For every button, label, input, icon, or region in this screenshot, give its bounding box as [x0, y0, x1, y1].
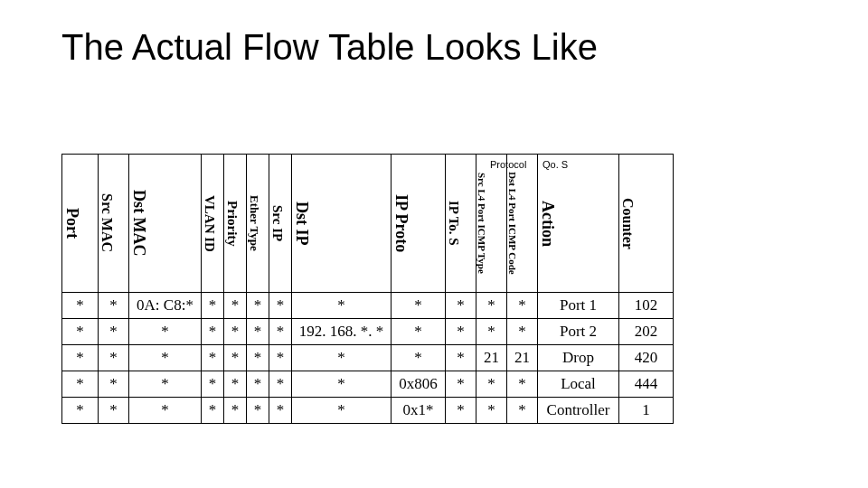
cell-dst_l4: 21 [507, 345, 538, 371]
cell-port: * [62, 398, 99, 424]
cell-src_ip: * [269, 371, 292, 398]
col-port: Port [62, 155, 99, 293]
cell-ether_type: * [247, 398, 269, 424]
cell-ip_tos: * [446, 293, 476, 319]
col-dst-l4: Dst L4 Port ICMP Code [507, 155, 538, 293]
cell-ip_tos: * [446, 398, 476, 424]
table-body: **0A: C8:**********Port 1102*******192. … [62, 293, 674, 424]
cell-vlan_id: * [202, 345, 224, 371]
cell-vlan_id: * [202, 293, 224, 319]
table-row: *******192. 168. *. *****Port 2202 [62, 319, 674, 345]
col-priority: Priority [224, 155, 247, 293]
cell-counter: 102 [619, 293, 674, 319]
cell-dst_ip: 192. 168. *. * [292, 319, 392, 345]
cell-dst_l4: * [507, 398, 538, 424]
flow-table: Port Src MAC Dst MAC VLAN ID Priority Et… [61, 154, 674, 424]
cell-ether_type: * [247, 345, 269, 371]
cell-port: * [62, 371, 99, 398]
cell-counter: 420 [619, 345, 674, 371]
page-title: The Actual Flow Table Looks Like [61, 27, 598, 68]
cell-priority: * [224, 345, 247, 371]
cell-vlan_id: * [202, 319, 224, 345]
cell-action: Port 2 [538, 319, 619, 345]
cell-src_ip: * [269, 345, 292, 371]
cell-ip_tos: * [446, 345, 476, 371]
cell-counter: 202 [619, 319, 674, 345]
cell-ip_tos: * [446, 371, 476, 398]
cell-src_mac: * [99, 398, 129, 424]
col-ip-proto: IP Proto [392, 155, 446, 293]
table-row: ********0x806***Local444 [62, 371, 674, 398]
cell-vlan_id: * [202, 398, 224, 424]
cell-action: Port 1 [538, 293, 619, 319]
cell-dst_l4: * [507, 319, 538, 345]
cell-src_l4: * [476, 293, 507, 319]
cell-ip_proto: 0x806 [392, 371, 446, 398]
cell-vlan_id: * [202, 371, 224, 398]
cell-ip_proto: * [392, 293, 446, 319]
col-src-ip: Src IP [269, 155, 292, 293]
col-src-l4: Src L4 Port ICMP Type [476, 155, 507, 293]
cell-src_l4: 21 [476, 345, 507, 371]
cell-dst_mac: * [129, 371, 202, 398]
col-ip-tos: IP To. S [446, 155, 476, 293]
cell-dst_mac: * [129, 398, 202, 424]
table-header-row: Port Src MAC Dst MAC VLAN ID Priority Et… [62, 155, 674, 293]
cell-priority: * [224, 319, 247, 345]
cell-ether_type: * [247, 319, 269, 345]
cell-priority: * [224, 398, 247, 424]
cell-ip_proto: * [392, 345, 446, 371]
cell-counter: 1 [619, 398, 674, 424]
cell-port: * [62, 345, 99, 371]
cell-src_ip: * [269, 398, 292, 424]
cell-dst_ip: * [292, 345, 392, 371]
col-src-mac: Src MAC [99, 155, 129, 293]
col-dst-ip: Dst IP [292, 155, 392, 293]
cell-ip_proto: 0x1* [392, 398, 446, 424]
cell-dst_ip: * [292, 371, 392, 398]
cell-ether_type: * [247, 371, 269, 398]
cell-ip_proto: * [392, 319, 446, 345]
cell-dst_ip: * [292, 293, 392, 319]
cell-counter: 444 [619, 371, 674, 398]
table-row: **0A: C8:**********Port 1102 [62, 293, 674, 319]
table-row: **********2121Drop420 [62, 345, 674, 371]
cell-dst_l4: * [507, 371, 538, 398]
col-action: Action [538, 155, 619, 293]
col-vlan-id: VLAN ID [202, 155, 224, 293]
cell-action: Local [538, 371, 619, 398]
cell-dst_mac: * [129, 319, 202, 345]
col-dst-mac: Dst MAC [129, 155, 202, 293]
cell-ip_tos: * [446, 319, 476, 345]
cell-action: Controller [538, 398, 619, 424]
cell-src_mac: * [99, 371, 129, 398]
table-row: ********0x1****Controller1 [62, 398, 674, 424]
cell-priority: * [224, 293, 247, 319]
cell-src_ip: * [269, 293, 292, 319]
cell-dst_mac: * [129, 345, 202, 371]
col-ether-type: Ether Type [247, 155, 269, 293]
cell-port: * [62, 293, 99, 319]
cell-src_mac: * [99, 293, 129, 319]
col-counter: Counter [619, 155, 674, 293]
cell-src_mac: * [99, 345, 129, 371]
cell-src_l4: * [476, 371, 507, 398]
cell-dst_mac: 0A: C8:* [129, 293, 202, 319]
cell-action: Drop [538, 345, 619, 371]
cell-dst_l4: * [507, 293, 538, 319]
cell-src_ip: * [269, 319, 292, 345]
cell-priority: * [224, 371, 247, 398]
cell-src_mac: * [99, 319, 129, 345]
cell-src_l4: * [476, 319, 507, 345]
cell-ether_type: * [247, 293, 269, 319]
cell-dst_ip: * [292, 398, 392, 424]
cell-port: * [62, 319, 99, 345]
cell-src_l4: * [476, 398, 507, 424]
